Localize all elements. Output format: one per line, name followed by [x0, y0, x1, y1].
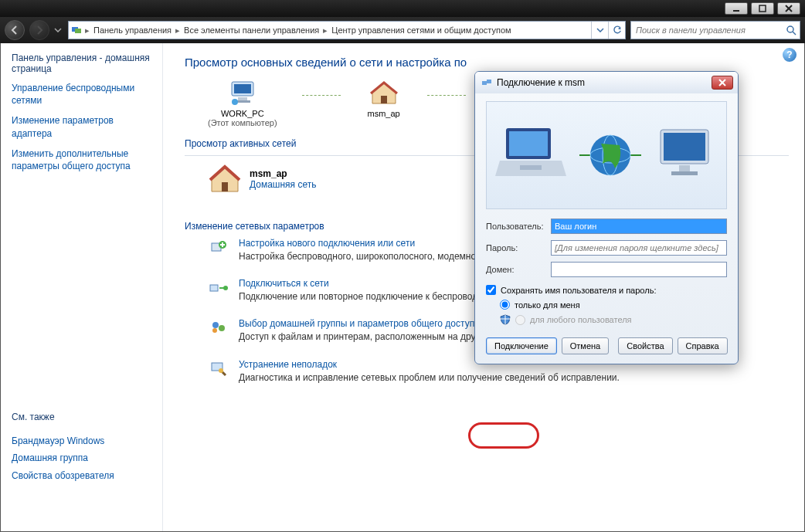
shield-icon [500, 314, 511, 325]
connection-icon [480, 77, 494, 88]
back-button[interactable] [5, 20, 25, 40]
label-any-user: для любого пользователя [530, 315, 632, 324]
search-icon[interactable] [783, 25, 800, 36]
label-user: Пользователь: [486, 222, 551, 231]
svg-point-6 [787, 26, 793, 32]
input-password[interactable] [551, 240, 727, 256]
minimize-button[interactable] [725, 2, 748, 15]
radio-any-user[interactable] [515, 315, 525, 325]
svg-rect-27 [487, 80, 491, 83]
search-input[interactable] [631, 25, 783, 35]
svg-rect-9 [234, 84, 251, 93]
label-save-creds: Сохранять имя пользователя и пароль: [501, 286, 656, 295]
breadcrumb-item[interactable]: Панель управления [90, 25, 175, 35]
dialog-title: Подключение к msm [494, 77, 712, 88]
maximize-button[interactable] [751, 2, 774, 15]
svg-rect-5 [75, 29, 81, 33]
window-titlebar [0, 0, 805, 17]
monitor-icon [651, 120, 721, 190]
sidebar-link-wireless[interactable]: Управление беспроводными сетями [12, 82, 151, 107]
svg-rect-32 [520, 165, 542, 170]
svg-rect-39 [664, 133, 705, 161]
row-only-me[interactable]: только для меня [500, 300, 727, 310]
chevron-right-icon: ▸ [175, 25, 181, 36]
properties-button[interactable]: Свойства [618, 337, 672, 354]
dialog-body: Пользователь: Пароль: Домен: Сохранять и… [475, 93, 738, 364]
dialog-button-row: Подключение Отмена Свойства Справка [486, 337, 727, 354]
sidebar: Панель управления - домашняя страница Уп… [1, 43, 163, 531]
svg-point-22 [219, 325, 225, 331]
dialog-hero-image [486, 101, 727, 209]
svg-rect-26 [482, 81, 487, 85]
breadcrumb-item[interactable]: Центр управления сетями и общим доступом [328, 25, 514, 35]
svg-point-21 [212, 322, 219, 328]
globe-icon [579, 120, 641, 190]
sidebar-link-adapter[interactable]: Изменение параметров адаптера [12, 114, 151, 139]
svg-rect-16 [222, 182, 228, 191]
connect-dialog: Подключение к msm Пользователь: Пароль: … [474, 71, 739, 364]
row-save-creds[interactable]: Сохранять имя пользователя и пароль: [486, 285, 727, 295]
input-user[interactable] [551, 219, 727, 234]
house-icon [365, 80, 402, 107]
laptop-icon [492, 120, 569, 190]
troubleshoot-icon [208, 359, 229, 378]
connection-line [427, 95, 466, 96]
connect-icon [208, 278, 229, 296]
breadcrumb-item[interactable]: Все элементы панели управления [181, 25, 322, 35]
row-user: Пользователь: [486, 219, 727, 234]
cancel-button[interactable]: Отмена [562, 337, 609, 354]
svg-point-23 [212, 328, 217, 333]
network-center-icon [69, 25, 84, 36]
computer-icon [224, 80, 261, 107]
history-dropdown[interactable] [54, 28, 63, 32]
row-password: Пароль: [486, 240, 727, 256]
close-button[interactable] [777, 2, 800, 15]
svg-rect-13 [381, 96, 387, 103]
input-domain[interactable] [551, 262, 727, 277]
node-this-pc[interactable]: WORK_PC (Этот компьютер) [208, 80, 277, 127]
sidebar-link-homegroup[interactable]: Домашняя группа [12, 452, 151, 464]
explorer-navbar: ▸ Панель управления ▸ Все элементы панел… [0, 17, 805, 43]
node-router-name: msm_ap [365, 109, 402, 118]
checkbox-save-creds[interactable] [486, 285, 496, 295]
house-icon [208, 164, 242, 195]
address-bar[interactable]: ▸ Панель управления ▸ Все элементы панел… [68, 21, 626, 39]
help-button[interactable]: Справка [678, 337, 728, 354]
label-password: Пароль: [486, 243, 551, 252]
sidebar-link-firewall[interactable]: Брандмауэр Windows [12, 435, 151, 447]
forward-button[interactable] [29, 20, 49, 40]
sidebar-homepage[interactable]: Панель управления - домашняя страница [12, 53, 151, 74]
svg-rect-31 [509, 131, 548, 156]
address-dropdown-icon[interactable] [591, 22, 608, 39]
node-pc-name: WORK_PC [208, 109, 277, 118]
settings-item-desc: Диагностика и исправление сетевых пробле… [239, 371, 620, 384]
node-pc-sub: (Этот компьютер) [208, 118, 277, 127]
svg-point-20 [223, 286, 228, 290]
active-network-name: msm_ap [250, 168, 316, 179]
node-router[interactable]: msm_ap [365, 80, 402, 118]
homegroup-icon [208, 318, 229, 337]
svg-point-25 [219, 368, 223, 373]
sidebar-link-ie-props[interactable]: Свойства обозревателя [12, 469, 151, 482]
row-domain: Домен: [486, 262, 727, 277]
svg-rect-19 [210, 285, 218, 291]
search-box[interactable] [630, 21, 800, 39]
radio-only-me[interactable] [500, 300, 510, 310]
svg-rect-1 [759, 5, 766, 12]
svg-point-12 [232, 99, 238, 105]
dialog-titlebar[interactable]: Подключение к msm [475, 72, 738, 93]
sidebar-link-sharing[interactable]: Изменить дополнительные параметры общего… [12, 147, 151, 172]
svg-rect-10 [238, 97, 247, 100]
refresh-icon[interactable] [608, 22, 625, 39]
connect-button[interactable]: Подключение [486, 337, 557, 354]
page-heading: Просмотр основных сведений о сети и наст… [185, 56, 789, 69]
new-connection-icon [208, 238, 229, 256]
svg-line-7 [793, 32, 796, 35]
sidebar-seealso-title: См. также [12, 412, 151, 422]
row-any-user[interactable]: для любого пользователя [500, 314, 727, 325]
help-icon[interactable]: ? [783, 48, 797, 62]
label-only-me: только для меня [515, 300, 580, 310]
active-network-type-link[interactable]: Домашняя сеть [250, 179, 316, 190]
label-domain: Домен: [486, 265, 551, 274]
dialog-close-button[interactable] [712, 76, 733, 90]
